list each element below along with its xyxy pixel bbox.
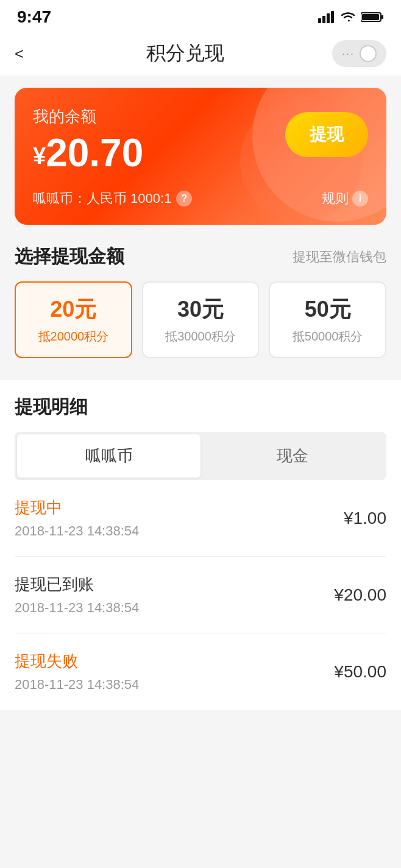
transaction-item: 提现失败 2018-11-23 14:38:54 ¥50.00	[15, 633, 386, 710]
balance-label: 我的余额	[33, 106, 143, 127]
svg-rect-5	[362, 14, 379, 20]
header: < 积分兑现 ···	[0, 32, 401, 76]
exchange-rate: 呱呱币：人民币 1000:1 ?	[33, 189, 192, 208]
signal-icon	[318, 11, 335, 23]
transaction-status-2: 提现已到账	[15, 574, 139, 595]
svg-rect-3	[331, 11, 334, 23]
transaction-date-2: 2018-11-23 14:38:54	[15, 600, 139, 616]
amount-options: 20元 抵20000积分 30元 抵30000积分 50元 抵50000积分	[15, 281, 386, 358]
status-time: 9:47	[17, 7, 51, 27]
page-title: 积分兑现	[39, 40, 332, 67]
transaction-info-2: 提现已到账 2018-11-23 14:38:54	[15, 574, 139, 616]
transaction-date-1: 2018-11-23 14:38:54	[15, 523, 139, 539]
tab-cash[interactable]: 现金	[200, 434, 384, 478]
status-icons	[318, 11, 384, 23]
amount-value-20: 20元	[26, 295, 121, 325]
amount-points-20: 抵20000积分	[26, 328, 121, 345]
amount-option-30[interactable]: 30元 抵30000积分	[142, 281, 260, 358]
bottom-space	[0, 722, 401, 758]
menu-circle	[360, 45, 377, 62]
amount-option-50[interactable]: 50元 抵50000积分	[269, 281, 386, 358]
amount-points-50: 抵50000积分	[280, 328, 375, 345]
question-icon[interactable]: ?	[176, 191, 192, 206]
details-title: 提现明细	[15, 380, 386, 432]
status-bar: 9:47	[0, 0, 401, 32]
balance-card-top: 我的余额 ¥20.70 提现	[33, 106, 368, 172]
transaction-info-3: 提现失败 2018-11-23 14:38:54	[15, 651, 139, 693]
amount-points-30: 抵30000积分	[153, 328, 249, 345]
transaction-amount-1: ¥1.00	[344, 509, 386, 528]
details-tabs: 呱呱币 现金	[15, 432, 386, 480]
balance-card-bottom: 呱呱币：人民币 1000:1 ? 规则 i	[33, 189, 368, 208]
battery-icon	[361, 11, 384, 23]
transaction-list: 提现中 2018-11-23 14:38:54 ¥1.00 提现已到账 2018…	[0, 480, 401, 710]
balance-value: 20.70	[46, 131, 143, 175]
amount-value-30: 30元	[153, 295, 249, 325]
amount-section-title: 选择提现金额	[15, 244, 124, 269]
transaction-info-1: 提现中 2018-11-23 14:38:54	[15, 497, 139, 539]
transaction-amount-2: ¥20.00	[334, 585, 386, 605]
transaction-item: 提现已到账 2018-11-23 14:38:54 ¥20.00	[15, 557, 386, 633]
withdrawal-details-section: 提现明细 呱呱币 现金	[0, 380, 401, 480]
menu-button[interactable]: ···	[332, 40, 386, 67]
svg-rect-2	[327, 13, 330, 23]
info-icon: i	[352, 191, 368, 206]
tab-gugu-coins[interactable]: 呱呱币	[17, 434, 200, 478]
menu-dots: ···	[342, 48, 355, 60]
balance-info: 我的余额 ¥20.70	[33, 106, 143, 172]
amount-value-50: 50元	[280, 295, 375, 325]
back-button[interactable]: <	[15, 44, 39, 63]
svg-rect-0	[318, 18, 321, 23]
amount-section-subtitle: 提现至微信钱包	[293, 248, 386, 266]
rules-link[interactable]: 规则 i	[322, 189, 368, 208]
withdraw-button[interactable]: 提现	[285, 112, 368, 157]
svg-rect-6	[381, 15, 383, 19]
transaction-status-3: 提现失败	[15, 651, 139, 672]
yuan-symbol: ¥	[33, 143, 46, 169]
transaction-amount-3: ¥50.00	[334, 662, 386, 682]
exchange-rate-text: 呱呱币：人民币 1000:1	[33, 189, 171, 208]
main-content: 我的余额 ¥20.70 提现 呱呱币：人民币 1000:1 ? 规则 i 选择提…	[0, 76, 401, 722]
balance-amount: ¥20.70	[33, 133, 143, 172]
transaction-item: 提现中 2018-11-23 14:38:54 ¥1.00	[15, 480, 386, 557]
amount-option-20[interactable]: 20元 抵20000积分	[15, 281, 132, 358]
svg-rect-1	[322, 16, 325, 23]
rules-text: 规则	[322, 189, 349, 208]
balance-card: 我的余额 ¥20.70 提现 呱呱币：人民币 1000:1 ? 规则 i	[15, 88, 386, 225]
transaction-date-3: 2018-11-23 14:38:54	[15, 677, 139, 693]
amount-section-header: 选择提现金额 提现至微信钱包	[15, 244, 386, 269]
transaction-status-1: 提现中	[15, 497, 139, 518]
wifi-icon	[340, 11, 356, 23]
